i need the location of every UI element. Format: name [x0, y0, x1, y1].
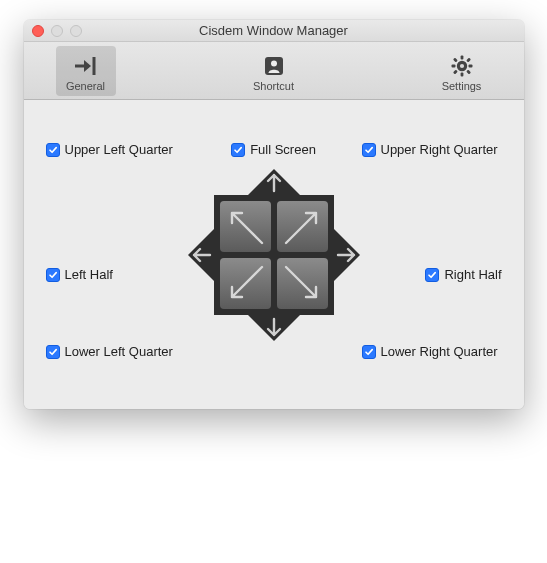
check-icon — [425, 268, 439, 282]
svg-rect-6 — [451, 64, 455, 67]
checkbox-upper-right-quarter[interactable]: Upper Right Quarter — [362, 142, 502, 157]
checkbox-right-half[interactable]: Right Half — [425, 267, 501, 282]
svg-point-2 — [271, 60, 277, 66]
check-icon — [362, 345, 376, 359]
checkbox-upper-left-quarter[interactable]: Upper Left Quarter — [46, 142, 186, 157]
settings-icon — [449, 53, 475, 79]
svg-rect-4 — [460, 55, 463, 59]
svg-rect-8 — [452, 57, 457, 62]
svg-rect-7 — [468, 64, 472, 67]
toolbar: General Shortcut — [24, 42, 524, 100]
svg-rect-5 — [460, 72, 463, 76]
shortcut-icon — [261, 53, 287, 79]
preferences-window: Cisdem Window Manager General Shor — [24, 20, 524, 409]
close-icon[interactable] — [32, 25, 44, 37]
tab-label: Shortcut — [253, 80, 294, 92]
layout-diagram — [184, 165, 364, 345]
check-icon — [46, 143, 60, 157]
check-icon — [362, 143, 376, 157]
zoom-icon[interactable] — [70, 25, 82, 37]
checkbox-label: Upper Right Quarter — [381, 142, 498, 157]
checkbox-label: Left Half — [65, 267, 113, 282]
checkbox-left-half[interactable]: Left Half — [46, 267, 186, 282]
checkbox-label: Lower Right Quarter — [381, 344, 498, 359]
tab-settings[interactable]: Settings — [432, 46, 492, 96]
check-icon — [46, 268, 60, 282]
window-title: Cisdem Window Manager — [199, 23, 348, 38]
tab-general[interactable]: General — [56, 46, 116, 96]
checkbox-lower-left-quarter[interactable]: Lower Left Quarter — [46, 344, 186, 359]
checkbox-label: Full Screen — [250, 142, 316, 157]
titlebar: Cisdem Window Manager — [24, 20, 524, 42]
tab-label: Settings — [442, 80, 482, 92]
svg-rect-9 — [466, 69, 471, 74]
general-icon — [73, 53, 99, 79]
checkbox-full-screen[interactable]: Full Screen — [231, 142, 316, 157]
svg-rect-10 — [466, 57, 471, 62]
minimize-icon[interactable] — [51, 25, 63, 37]
checkbox-label: Right Half — [444, 267, 501, 282]
svg-rect-11 — [452, 69, 457, 74]
tab-shortcut[interactable]: Shortcut — [244, 46, 304, 96]
traffic-lights — [32, 25, 82, 37]
checkbox-label: Lower Left Quarter — [65, 344, 173, 359]
tab-label: General — [66, 80, 105, 92]
check-icon — [231, 143, 245, 157]
content-pane: Upper Left Quarter Full Screen Upper Rig… — [24, 100, 524, 409]
svg-point-12 — [459, 63, 463, 67]
check-icon — [46, 345, 60, 359]
checkbox-lower-right-quarter[interactable]: Lower Right Quarter — [362, 344, 502, 359]
checkbox-label: Upper Left Quarter — [65, 142, 173, 157]
